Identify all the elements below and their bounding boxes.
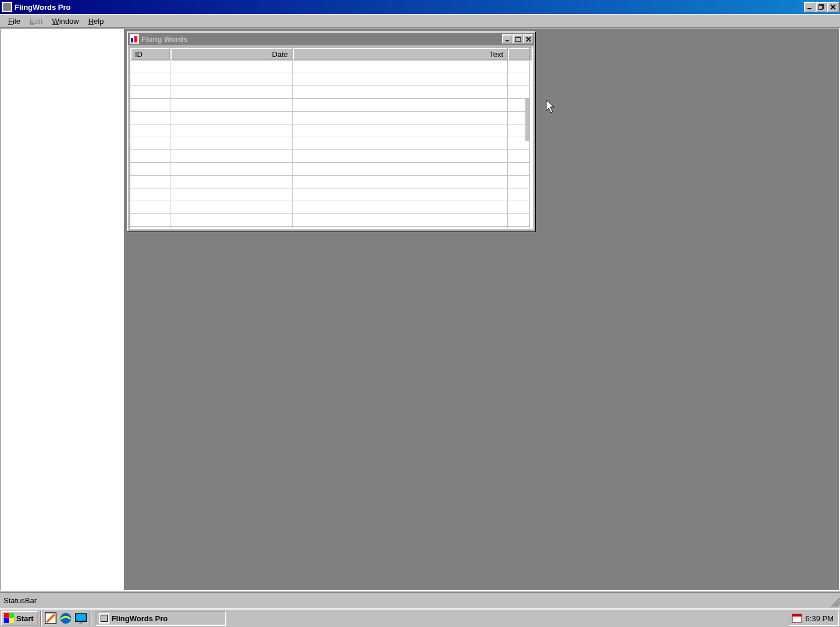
side-panel <box>1 29 125 590</box>
grid-body <box>130 60 532 228</box>
scrollbar-thumb[interactable] <box>525 98 529 141</box>
grid-cell <box>170 150 293 163</box>
grid-cell <box>508 188 530 201</box>
grid-row[interactable] <box>130 137 532 150</box>
statusbar-text: StatusBar <box>3 596 37 605</box>
start-button[interactable]: Start <box>1 611 38 626</box>
grid-cell <box>293 99 508 112</box>
restore-button[interactable] <box>816 2 827 12</box>
grid-cell <box>170 99 293 112</box>
grid-row[interactable] <box>130 201 532 214</box>
grid-row[interactable] <box>130 214 532 227</box>
workspace: Flung Words ID Date Tex <box>0 28 840 591</box>
menu-help[interactable]: Help <box>84 16 109 27</box>
child-close-button[interactable] <box>523 34 533 44</box>
quick-launch <box>44 611 88 625</box>
grid-cell <box>170 73 293 86</box>
taskbar-separator <box>90 611 91 626</box>
menu-edit: Edit <box>25 16 47 27</box>
grid-cell <box>130 86 170 99</box>
grid-row[interactable] <box>130 188 532 201</box>
grid-cell <box>170 214 293 227</box>
grid-cell <box>508 214 530 227</box>
svg-rect-8 <box>505 40 508 41</box>
tray-calendar-icon[interactable] <box>792 613 802 624</box>
grid-cell <box>293 86 508 99</box>
grid-cell <box>170 86 293 99</box>
grid-cell <box>170 227 293 228</box>
taskbar-app-label: FlingWords Pro <box>112 614 168 623</box>
grid-cell <box>508 150 530 163</box>
taskbar-app-button[interactable]: FlingWords Pro <box>95 611 226 626</box>
resize-grip-icon[interactable] <box>827 594 840 607</box>
minimize-button[interactable] <box>804 2 816 12</box>
svg-rect-16 <box>4 618 9 623</box>
grid-cell <box>130 112 170 124</box>
grid-cell <box>508 227 530 228</box>
column-header-extra[interactable] <box>508 48 530 60</box>
system-tray: 6:39 PM <box>789 611 839 626</box>
svg-rect-17 <box>9 618 14 623</box>
grid-row[interactable] <box>130 124 532 137</box>
grid-cell <box>170 188 293 201</box>
svg-rect-20 <box>75 614 86 621</box>
grid-cell <box>130 99 170 112</box>
grid-row[interactable] <box>130 163 532 176</box>
clock[interactable]: 6:39 PM <box>806 614 834 623</box>
grid-row[interactable] <box>130 60 532 73</box>
svg-rect-4 <box>818 5 823 9</box>
grid-cell <box>130 227 170 228</box>
grid-cell <box>130 137 170 150</box>
grid-cell <box>293 60 508 73</box>
grid-row[interactable] <box>130 176 532 188</box>
grid-cell <box>130 124 170 137</box>
child-titlebar[interactable]: Flung Words <box>128 33 534 45</box>
quick-launch-desktop-icon[interactable] <box>74 611 88 625</box>
quick-launch-edit-icon[interactable] <box>44 611 58 625</box>
grid-cell <box>508 176 530 188</box>
grid-cell <box>293 176 508 188</box>
menu-file[interactable]: File <box>3 16 25 27</box>
grid-cell <box>293 163 508 176</box>
svg-rect-10 <box>515 37 521 38</box>
grid-cell <box>293 124 508 137</box>
grid-cell <box>293 137 508 150</box>
grid-cell <box>170 60 293 73</box>
grid-cell <box>170 176 293 188</box>
grid-cell <box>508 86 530 99</box>
close-button[interactable] <box>827 2 839 12</box>
svg-rect-21 <box>79 622 82 624</box>
column-header-text[interactable]: Text <box>293 48 508 60</box>
child-window-title: Flung Words <box>141 35 502 44</box>
grid-cell <box>170 137 293 150</box>
grid-cell <box>293 227 508 228</box>
child-window-icon <box>130 34 139 44</box>
grid-cell <box>130 176 170 188</box>
grid-row[interactable] <box>130 99 532 112</box>
column-header-id[interactable]: ID <box>130 48 170 60</box>
grid-cell <box>508 73 530 86</box>
menu-window[interactable]: Window <box>47 16 83 27</box>
grid-row[interactable] <box>130 112 532 124</box>
svg-rect-14 <box>4 613 9 618</box>
grid-row[interactable] <box>130 150 532 163</box>
grid-cell <box>170 201 293 214</box>
mdi-area: Flung Words ID Date Tex <box>125 29 839 590</box>
grid-row[interactable] <box>130 227 532 228</box>
grid-row[interactable] <box>130 86 532 99</box>
quick-launch-ie-icon[interactable] <box>59 611 73 625</box>
child-minimize-button[interactable] <box>502 34 512 44</box>
column-header-date[interactable]: Date <box>170 48 293 60</box>
svg-rect-23 <box>101 615 107 621</box>
windows-flag-icon <box>4 613 15 624</box>
svg-rect-1 <box>3 3 11 11</box>
grid-cell <box>130 150 170 163</box>
grid-row[interactable] <box>130 73 532 86</box>
grid-cell <box>293 150 508 163</box>
grid-cell <box>130 188 170 201</box>
grid-cell <box>293 112 508 124</box>
grid-cell <box>130 60 170 73</box>
grid: ID Date Text <box>129 47 533 229</box>
child-window: Flung Words ID Date Tex <box>127 31 535 231</box>
child-maximize-button[interactable] <box>512 34 523 44</box>
